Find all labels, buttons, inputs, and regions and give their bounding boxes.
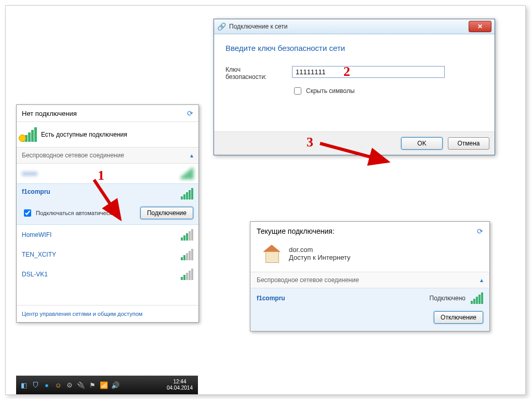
- tray-network-icon[interactable]: 📶: [99, 380, 109, 390]
- wireless-section-header[interactable]: Беспроводное сетевое соединение ▴: [250, 272, 489, 288]
- network-item-selected[interactable]: f1compru Подключаться автоматически Подк…: [17, 183, 198, 225]
- available-text: Есть доступные подключения: [41, 131, 127, 138]
- connect-button[interactable]: Подключение: [140, 207, 193, 219]
- auto-connect-row[interactable]: Подключаться автоматически: [22, 208, 115, 218]
- refresh-icon[interactable]: ⟳: [477, 227, 483, 235]
- tray-icon[interactable]: ◧: [19, 380, 29, 390]
- network-status: Подключено: [430, 295, 466, 302]
- section-title-text: Беспроводное сетевое соединение: [257, 276, 359, 284]
- signal-icon: [181, 188, 193, 200]
- network-item[interactable]: TEN_XCITY: [17, 245, 198, 264]
- network-item[interactable]: HomeWIFI: [17, 225, 198, 245]
- annotation-1: 1: [98, 168, 104, 183]
- wireless-section-header[interactable]: Беспроводное сетевое соединение ▴: [17, 147, 198, 164]
- auto-connect-checkbox[interactable]: [24, 209, 31, 217]
- available-connections: Есть доступные подключения: [17, 122, 198, 147]
- network-name: f1compru: [22, 188, 50, 200]
- popup3-title: Текущие подключения:: [257, 227, 335, 235]
- connected-network-row[interactable]: f1compru Подключено: [250, 288, 489, 308]
- dialog-titlebar[interactable]: 🔗 Подключение к сети ✕: [214, 19, 495, 34]
- tray-icon[interactable]: ☺: [54, 380, 63, 390]
- hide-chars-label: Скрыть символы: [306, 87, 355, 95]
- cancel-button[interactable]: Отмена: [448, 137, 489, 150]
- security-key-input[interactable]: [292, 66, 445, 78]
- tray-plug-icon[interactable]: 🔌: [76, 380, 86, 390]
- signal-icon: [181, 269, 193, 280]
- chevron-up-icon: ▴: [480, 276, 483, 284]
- clock-time: 12:44: [167, 379, 193, 385]
- disconnect-button[interactable]: Отключение: [434, 311, 483, 324]
- annotation-3: 3: [307, 135, 313, 150]
- network-name: f1compru: [257, 295, 285, 302]
- hide-chars-checkbox[interactable]: [294, 87, 301, 95]
- dialog-button-row: OK Отмена: [214, 131, 495, 155]
- connection-name: dor.com: [289, 246, 351, 254]
- network-name: HomeWIFI: [22, 231, 51, 238]
- tray-icon[interactable]: ●: [42, 380, 51, 390]
- signal-icon: [181, 249, 193, 260]
- network-name: DSL-VK1: [22, 271, 48, 278]
- taskbar: ◧ ⛉ ● ☺ ⚙ 🔌 ⚑ 📶 🔊 12:44 04.04.2014: [16, 376, 198, 394]
- signal-icon: [181, 168, 193, 179]
- security-key-dialog: 🔗 Подключение к сети ✕ Введите ключ безо…: [214, 19, 495, 155]
- dialog-heading: Введите ключ безопасности сети: [225, 44, 483, 52]
- dialog-title: Подключение к сети: [229, 23, 466, 30]
- taskbar-clock[interactable]: 12:44 04.04.2014: [167, 379, 195, 391]
- active-connection-row[interactable]: dor.com Доступ к Интернету: [250, 241, 489, 272]
- tray-flag-icon[interactable]: ⚑: [88, 380, 97, 390]
- close-button[interactable]: ✕: [469, 21, 491, 32]
- ok-button[interactable]: OK: [401, 137, 443, 150]
- connection-status: Доступ к Интернету: [289, 254, 351, 261]
- key-label: Ключ безопасности:: [225, 66, 283, 81]
- network-icon: 🔗: [217, 22, 226, 31]
- network-center-link[interactable]: Центр управления сетями и общим доступом: [17, 305, 198, 322]
- signal-icon: [181, 229, 193, 241]
- network-name: xxxxx: [22, 170, 37, 177]
- signal-icon: [471, 292, 483, 304]
- network-name: TEN_XCITY: [22, 251, 56, 258]
- home-icon: [261, 243, 283, 264]
- refresh-icon[interactable]: ⟳: [187, 109, 193, 117]
- popup-title: Нет подключения: [22, 110, 77, 117]
- tray-icon[interactable]: ⛉: [31, 380, 40, 390]
- section-title-text: Беспроводное сетевое соединение: [22, 152, 124, 159]
- clock-date: 04.04.2014: [167, 385, 193, 391]
- network-item[interactable]: DSL-VK1: [17, 264, 198, 284]
- signal-icon: [22, 127, 37, 142]
- auto-connect-label: Подключаться автоматически: [36, 210, 115, 216]
- chevron-up-icon: ▴: [190, 152, 193, 159]
- annotation-2: 2: [343, 64, 350, 79]
- network-popup: Нет подключения ⟳ Есть доступные подключ…: [16, 104, 199, 323]
- tray-icon[interactable]: ⚙: [65, 380, 74, 390]
- tray-volume-icon[interactable]: 🔊: [111, 380, 120, 390]
- current-connections-popup: Текущие подключения: ⟳ dor.com Доступ к …: [250, 221, 490, 331]
- network-item-hidden[interactable]: xxxxx: [17, 164, 198, 183]
